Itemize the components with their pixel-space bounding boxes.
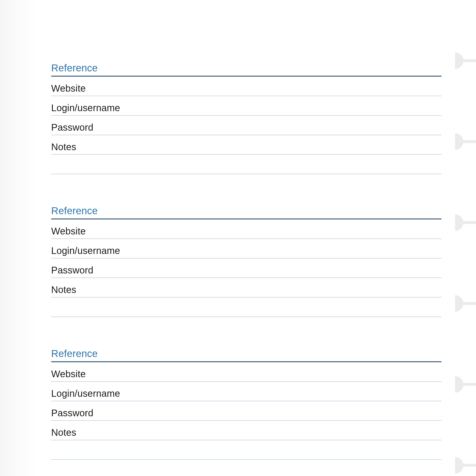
svg-rect-2 — [462, 221, 476, 224]
field-label: Password — [51, 408, 93, 418]
field-label: Password — [51, 122, 93, 133]
field-row-website: Website — [51, 77, 442, 96]
disc-notch-icon — [455, 373, 476, 395]
field-row-password: Password — [51, 116, 442, 135]
entry-block: Reference Website Login/username Passwor… — [51, 343, 442, 460]
field-label: Notes — [51, 427, 76, 438]
disc-notch-icon — [455, 211, 476, 234]
field-label: Website — [51, 226, 86, 237]
field-row-password: Password — [51, 258, 442, 278]
svg-rect-1 — [462, 140, 476, 143]
field-label: Notes — [51, 284, 76, 295]
field-label: Notes — [51, 142, 76, 152]
entry-header-row: Reference — [51, 343, 442, 362]
password-log-content: Reference Website Login/username Passwor… — [51, 57, 442, 476]
field-row-notes: Notes — [51, 421, 442, 440]
field-label: Login/username — [51, 388, 120, 399]
field-row-notes: Notes — [51, 135, 442, 155]
field-row-website: Website — [51, 362, 442, 382]
field-row-blank — [51, 298, 442, 317]
entry-header-row: Reference — [51, 57, 442, 77]
entry-header-label: Reference — [51, 348, 98, 359]
disc-notch-icon — [455, 454, 476, 476]
entry-header-label: Reference — [51, 205, 98, 217]
field-row-password: Password — [51, 401, 442, 421]
field-label: Login/username — [51, 102, 120, 113]
svg-rect-5 — [462, 464, 476, 467]
page-left-shadow — [0, 0, 37, 476]
field-label: Website — [51, 369, 86, 379]
field-row-login: Login/username — [51, 96, 442, 116]
field-label: Website — [51, 83, 86, 94]
field-row-website: Website — [51, 220, 442, 239]
field-row-login: Login/username — [51, 239, 442, 258]
svg-rect-3 — [462, 302, 476, 305]
field-row-blank — [51, 440, 442, 460]
field-row-notes: Notes — [51, 278, 442, 298]
svg-rect-0 — [462, 59, 476, 62]
field-row-blank — [51, 155, 442, 174]
entry-header-label: Reference — [51, 62, 98, 74]
field-label: Login/username — [51, 245, 120, 256]
disc-notch-icon — [455, 50, 476, 72]
field-row-login: Login/username — [51, 382, 442, 401]
disc-notch-icon — [455, 130, 476, 153]
entry-block: Reference Website Login/username Passwor… — [51, 57, 442, 174]
entry-header-row: Reference — [51, 200, 442, 220]
svg-rect-4 — [462, 383, 476, 386]
field-label: Password — [51, 265, 93, 276]
disc-notch-icon — [455, 292, 476, 315]
entry-block: Reference Website Login/username Passwor… — [51, 200, 442, 317]
